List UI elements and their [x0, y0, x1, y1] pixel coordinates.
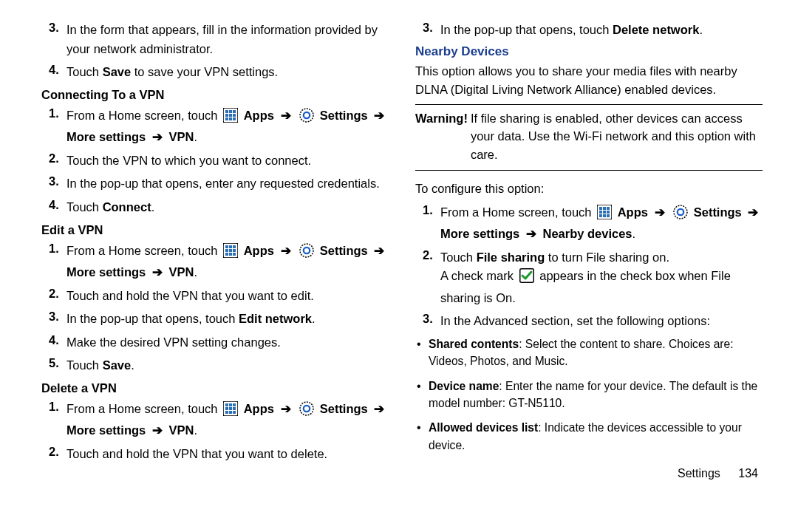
step-number: 4.	[41, 198, 66, 212]
arrow-icon: ➔	[149, 265, 166, 279]
warning-label: Warning!	[415, 109, 471, 128]
bullet-item: Shared contents: Select the content to s…	[429, 335, 763, 370]
step-text: In the pop-up that opens, touch Edit net…	[66, 310, 389, 329]
list-item: 2.Touch File sharing to turn File sharin…	[415, 248, 763, 308]
connecting-steps: 1.From a Home screen, touch Apps ➔ Setti…	[41, 106, 389, 217]
config-intro: To configure this option:	[415, 180, 763, 199]
step-text: In the Advanced section, set the followi…	[440, 312, 763, 331]
list-item: 2.Touch and hold the VPN that you want t…	[41, 287, 389, 306]
step-text: From a Home screen, touch Apps ➔ Setting…	[66, 400, 389, 440]
step-number: 3.	[41, 174, 66, 188]
list-item: 5.Touch Save.	[41, 356, 389, 375]
gear-icon	[299, 401, 314, 422]
list-item: 3.In the form that appears, fill in the …	[41, 21, 389, 58]
edit-heading: Edit a VPN	[41, 223, 389, 237]
step-text: From a Home screen, touch Apps ➔ Setting…	[66, 106, 389, 147]
list-item: 1.From a Home screen, touch Apps ➔ Setti…	[415, 203, 763, 244]
footer-page-number: 134	[738, 467, 758, 480]
bullet-item: Device name: Enter the name for your dev…	[429, 378, 763, 412]
arrow-icon: ➔	[278, 244, 294, 257]
list-item: 4.Make the desired VPN setting changes.	[41, 333, 389, 352]
nearby-devices-heading: Nearby Devices	[415, 44, 763, 59]
step-text: In the form that appears, fill in the in…	[66, 21, 389, 58]
nearby-intro: This option allows you to share your med…	[415, 62, 763, 100]
list-item: 3.In the pop-up that opens, touch Delete…	[415, 21, 763, 40]
footer-section: Settings	[678, 467, 720, 480]
step-number: 2.	[41, 445, 66, 459]
step-number: 4.	[41, 63, 66, 77]
list-item: 3.In the pop-up that opens, enter any re…	[41, 174, 389, 194]
apps-icon	[223, 243, 238, 264]
arrow-icon: ➔	[745, 205, 761, 219]
step-text: Touch and hold the VPN that you want to …	[66, 445, 389, 464]
step-text: Touch Save.	[66, 356, 389, 375]
arrow-icon: ➔	[149, 130, 166, 143]
step-number: 1.	[41, 400, 66, 414]
step-number: 3.	[41, 310, 66, 324]
step-number: 2.	[41, 151, 66, 166]
step-text: Touch and hold the VPN that you want to …	[66, 287, 389, 306]
delete-heading: Delete a VPN	[41, 381, 389, 395]
step-number: 3.	[415, 21, 440, 35]
arrow-icon: ➔	[278, 109, 294, 122]
step-text: In the pop-up that opens, touch Delete n…	[440, 21, 763, 40]
list-item: 3.In the Advanced section, set the follo…	[415, 312, 763, 331]
step-text: Touch the VPN to which you want to conne…	[66, 151, 389, 171]
connecting-heading: Connecting To a VPN	[41, 88, 389, 102]
delete-steps: 1.From a Home screen, touch Apps ➔ Setti…	[41, 400, 389, 464]
arrow-icon: ➔	[278, 402, 294, 415]
step-number: 2.	[415, 248, 440, 262]
arrow-icon: ➔	[371, 109, 387, 122]
apps-icon	[223, 401, 238, 422]
step-text: From a Home screen, touch Apps ➔ Setting…	[440, 203, 763, 244]
list-item: 3.In the pop-up that opens, touch Edit n…	[41, 310, 389, 329]
list-item: 1.From a Home screen, touch Apps ➔ Setti…	[41, 400, 389, 440]
list-item: 4.Touch Connect.	[41, 198, 389, 217]
step-number: 4.	[41, 333, 66, 347]
step-number: 1.	[41, 106, 66, 120]
step-number: 1.	[41, 242, 66, 256]
arrow-icon: ➔	[371, 244, 387, 257]
bullet-item: Allowed devices list: Indicate the devic…	[429, 419, 763, 454]
step-number: 3.	[415, 312, 440, 326]
step-text: Touch Connect.	[66, 198, 389, 217]
apps-icon	[597, 205, 612, 225]
list-item: 1.From a Home screen, touch Apps ➔ Setti…	[41, 242, 389, 282]
step-text: Touch File sharing to turn File sharing …	[440, 248, 763, 308]
vpn-form-steps: 3.In the form that appears, fill in the …	[41, 21, 389, 82]
step-text: Touch Save to save your VPN settings.	[66, 63, 389, 82]
delete-cont-steps: 3.In the pop-up that opens, touch Delete…	[415, 21, 763, 40]
nearby-steps: 1.From a Home screen, touch Apps ➔ Setti…	[415, 203, 763, 331]
page-footer: Settings 134	[415, 467, 763, 480]
step-text: From a Home screen, touch Apps ➔ Setting…	[66, 242, 389, 282]
warning-box: Warning! If file sharing is enabled, oth…	[415, 104, 763, 171]
step-text: Make the desired VPN setting changes.	[66, 333, 389, 352]
apps-icon	[223, 108, 238, 129]
list-item: 1.From a Home screen, touch Apps ➔ Setti…	[41, 106, 389, 147]
gear-icon	[299, 108, 314, 129]
step-text: In the pop-up that opens, enter any requ…	[66, 174, 389, 194]
step-number: 1.	[415, 203, 440, 217]
advanced-options-list: Shared contents: Select the content to s…	[415, 335, 763, 454]
check-icon	[519, 268, 534, 289]
arrow-icon: ➔	[523, 227, 539, 240]
arrow-icon: ➔	[149, 423, 166, 437]
right-column: 3.In the pop-up that opens, touch Delete…	[415, 21, 763, 526]
step-number: 2.	[41, 287, 66, 301]
warning-text: If file sharing is enabled, other device…	[471, 109, 763, 164]
list-item: 2.Touch and hold the VPN that you want t…	[41, 445, 389, 464]
list-item: 4.Touch Save to save your VPN settings.	[41, 63, 389, 82]
edit-steps: 1.From a Home screen, touch Apps ➔ Setti…	[41, 242, 389, 375]
page-container: 3.In the form that appears, fill in the …	[0, 0, 798, 532]
list-item: 2.Touch the VPN to which you want to con…	[41, 151, 389, 171]
step-number: 5.	[41, 356, 66, 370]
gear-icon	[299, 243, 314, 264]
left-column: 3.In the form that appears, fill in the …	[41, 21, 389, 526]
arrow-icon: ➔	[371, 402, 387, 415]
arrow-icon: ➔	[652, 205, 668, 219]
gear-icon	[673, 205, 688, 225]
step-number: 3.	[41, 21, 66, 35]
